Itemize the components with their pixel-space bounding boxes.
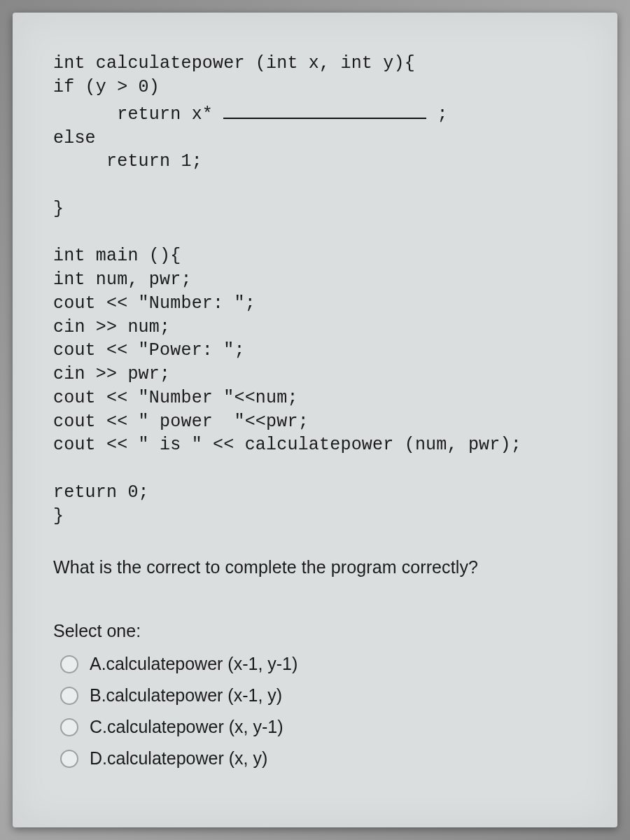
code-line: cout << " power "<<pwr; [53, 412, 309, 432]
option-c[interactable]: C.calculatepower (x, y-1) [53, 711, 587, 743]
options-group: A.calculatepower (x-1, y-1) B.calculatep… [53, 648, 587, 774]
option-label: C.calculatepower (x, y-1) [90, 717, 283, 737]
question-sheet: int calculatepower (int x, int y){ if (y… [13, 13, 617, 827]
fill-blank [223, 99, 426, 119]
code-line: cout << "Number "<<num; [53, 388, 298, 408]
radio-icon[interactable] [60, 718, 78, 736]
code-line: else [53, 128, 96, 148]
select-one-label: Select one: [53, 621, 587, 641]
radio-icon[interactable] [60, 655, 78, 673]
option-label: A.calculatepower (x-1, y-1) [90, 654, 298, 674]
option-b[interactable]: B.calculatepower (x-1, y) [53, 680, 587, 711]
code-line: return x* [53, 104, 223, 125]
code-line: cout << "Power: "; [53, 340, 245, 360]
code-line: int calculatepower (int x, int y){ [53, 53, 415, 74]
code-line: if (y > 0) [53, 77, 160, 97]
code-line: ; [426, 104, 447, 125]
radio-icon[interactable] [60, 687, 78, 705]
code-line: return 1; [53, 151, 202, 172]
option-d[interactable]: D.calculatepower (x, y) [53, 743, 587, 774]
code-line: cin >> pwr; [53, 364, 170, 384]
code-line: cin >> num; [53, 317, 170, 337]
code-block: int calculatepower (int x, int y){ if (y… [53, 52, 587, 528]
code-line: int main (){ [53, 246, 181, 266]
code-line: } [53, 199, 64, 219]
radio-icon[interactable] [60, 750, 78, 768]
code-line: } [53, 506, 64, 526]
code-line: cout << " is " << calculatepower (num, p… [53, 435, 522, 455]
option-label: D.calculatepower (x, y) [90, 748, 267, 769]
code-line: int num, pwr; [53, 270, 192, 290]
question-text: What is the correct to complete the prog… [53, 557, 587, 578]
option-label: B.calculatepower (x-1, y) [90, 685, 282, 706]
option-a[interactable]: A.calculatepower (x-1, y-1) [53, 648, 587, 680]
code-line: return 0; [53, 482, 149, 503]
code-line: cout << "Number: "; [53, 293, 255, 314]
